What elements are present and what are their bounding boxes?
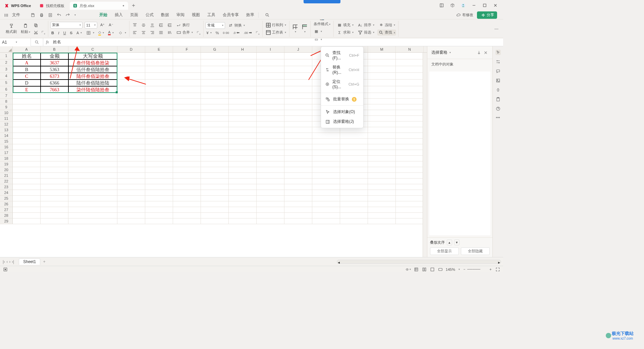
- cell[interactable]: [117, 201, 145, 207]
- cell[interactable]: [145, 184, 173, 190]
- cell[interactable]: [284, 184, 312, 190]
- align-bottom-button[interactable]: [149, 22, 156, 28]
- cell[interactable]: [145, 201, 173, 207]
- row-header[interactable]: 20: [0, 167, 13, 173]
- dec-inc-button[interactable]: .0⬅: [232, 30, 241, 35]
- cell[interactable]: 6366: [41, 80, 68, 86]
- tab-tools[interactable]: 工具: [207, 12, 215, 18]
- freeze-button[interactable]: ❄冻结▾: [377, 22, 396, 28]
- cell[interactable]: [117, 93, 145, 99]
- cell[interactable]: [145, 110, 173, 116]
- cell[interactable]: [396, 59, 424, 66]
- row-header[interactable]: 27: [0, 207, 13, 213]
- cell[interactable]: [229, 116, 257, 121]
- cell[interactable]: [68, 207, 117, 213]
- col-header[interactable]: J: [284, 46, 312, 52]
- paste-button[interactable]: 粘贴▾: [20, 23, 31, 35]
- select-tool-icon[interactable]: [495, 50, 501, 55]
- cell[interactable]: [201, 80, 229, 86]
- cell[interactable]: [396, 80, 424, 86]
- cell[interactable]: [257, 156, 284, 161]
- cell[interactable]: [396, 121, 424, 127]
- cell[interactable]: [368, 99, 396, 104]
- cell[interactable]: [41, 207, 68, 213]
- cell[interactable]: [340, 213, 368, 218]
- cell[interactable]: [340, 144, 368, 150]
- cell[interactable]: [145, 93, 173, 99]
- cell[interactable]: [257, 179, 284, 184]
- cell[interactable]: [312, 190, 340, 196]
- cell[interactable]: [145, 196, 173, 201]
- cell[interactable]: [13, 179, 41, 184]
- cell[interactable]: [41, 156, 68, 161]
- cell[interactable]: [312, 144, 340, 150]
- cell[interactable]: [396, 110, 424, 116]
- cell[interactable]: [284, 73, 312, 80]
- app-tab[interactable]: WPS Office: [1, 2, 35, 10]
- close-panel-icon[interactable]: [483, 50, 488, 55]
- cell[interactable]: [145, 86, 173, 93]
- cell[interactable]: [396, 127, 424, 133]
- cell[interactable]: [257, 80, 284, 86]
- cell[interactable]: [117, 144, 145, 150]
- cell[interactable]: C: [13, 73, 41, 80]
- cell[interactable]: [68, 144, 117, 150]
- cell[interactable]: [173, 173, 201, 179]
- cell[interactable]: [229, 218, 257, 224]
- row-header[interactable]: 2: [0, 59, 13, 66]
- cell[interactable]: [41, 184, 68, 190]
- currency-button[interactable]: ¥▾: [206, 31, 213, 35]
- cell[interactable]: [396, 144, 424, 150]
- cell[interactable]: [368, 110, 396, 116]
- cell[interactable]: [396, 179, 424, 184]
- cell[interactable]: [368, 93, 396, 99]
- show-all-button[interactable]: 全部显示: [430, 247, 459, 255]
- cell[interactable]: [41, 218, 68, 224]
- cell[interactable]: [145, 173, 173, 179]
- cell[interactable]: [41, 93, 68, 99]
- col-header[interactable]: G: [201, 46, 229, 52]
- cell[interactable]: [284, 110, 312, 116]
- first-sheet-button[interactable]: |‹: [3, 259, 5, 264]
- zoom-icon[interactable]: [34, 40, 40, 45]
- cell[interactable]: [145, 127, 173, 133]
- cell[interactable]: [368, 179, 396, 184]
- record-macro-icon[interactable]: [3, 267, 8, 272]
- cell[interactable]: [257, 207, 284, 213]
- name-box[interactable]: A1 ▾: [0, 38, 31, 46]
- cell[interactable]: [41, 150, 68, 156]
- redo-icon[interactable]: [65, 12, 70, 18]
- row-header[interactable]: 23: [0, 184, 13, 190]
- cell[interactable]: [229, 66, 257, 73]
- break-view-icon[interactable]: [430, 267, 435, 272]
- cell[interactable]: [145, 66, 173, 73]
- cell[interactable]: [117, 53, 145, 59]
- format-painter-button[interactable]: 格式刷: [5, 23, 18, 35]
- cell[interactable]: [368, 207, 396, 213]
- number-launcher-icon[interactable]: [255, 30, 260, 36]
- cell[interactable]: [396, 53, 424, 59]
- cell[interactable]: [117, 167, 145, 173]
- col-header[interactable]: E: [145, 46, 173, 52]
- insert-cells-button[interactable]: ▾: [291, 24, 299, 34]
- settings-icon[interactable]: [495, 59, 501, 64]
- cell[interactable]: [173, 53, 201, 59]
- add-sheet-button[interactable]: ＋: [42, 259, 46, 264]
- cell[interactable]: [145, 139, 173, 144]
- row-header[interactable]: 9: [0, 104, 13, 110]
- cell[interactable]: [284, 201, 312, 207]
- cell[interactable]: [145, 73, 173, 80]
- cell[interactable]: [41, 110, 68, 116]
- cell[interactable]: [13, 218, 41, 224]
- cell[interactable]: [201, 207, 229, 213]
- cell[interactable]: [117, 184, 145, 190]
- cell[interactable]: [13, 133, 41, 139]
- cell[interactable]: [396, 218, 424, 224]
- minimize-icon[interactable]: [471, 2, 477, 8]
- cell[interactable]: [340, 139, 368, 144]
- cell[interactable]: [284, 173, 312, 179]
- cell[interactable]: [284, 150, 312, 156]
- cell[interactable]: [312, 201, 340, 207]
- cell[interactable]: [41, 196, 68, 201]
- decrease-font-icon[interactable]: A⁻: [108, 22, 114, 28]
